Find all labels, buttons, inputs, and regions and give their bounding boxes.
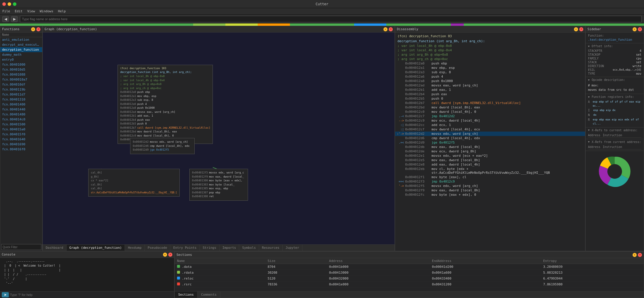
function-item-fcn5[interactable]: fcn.004010df <box>0 82 42 87</box>
function-item-fcn16[interactable]: fcn.00401640 <box>0 137 42 142</box>
sections-row-data[interactable]: .data 8704 0x0041b000 0x00041d200 3.2848… <box>175 264 644 270</box>
sections-row-rsrc[interactable]: .rsrc 78336 0x0041e000 0x00431200 7.8619… <box>175 282 644 287</box>
console-float-button[interactable]: ● <box>163 253 167 257</box>
function-item-anti-emulation[interactable]: anti_emulation <box>0 37 42 42</box>
function-item-fcn6[interactable]: fcn.0040119b <box>0 87 42 92</box>
tab-symbols[interactable]: Symbols <box>239 245 259 251</box>
disasm-close-button[interactable]: ✕ <box>579 27 583 31</box>
forward-button[interactable]: ▶ <box>11 16 18 22</box>
tab-jupyter[interactable]: Jupyter <box>283 245 302 251</box>
sidebar-float-button[interactable]: ● <box>633 27 637 31</box>
tab-resources[interactable]: Resources <box>259 245 283 251</box>
disasm-row[interactable]: 0x004012b5push 0 <box>395 96 585 101</box>
disasm-row[interactable]: 0x004012b1add eax, 1 <box>395 88 585 92</box>
tab-entry-points[interactable]: Entry Points <box>170 245 200 251</box>
disasm-row[interactable]: 0x004012e5mov eax, dword [local_8h] <box>395 158 585 162</box>
tab-strings[interactable]: Strings <box>200 245 220 251</box>
disasm-row-current[interactable]: :'->0x004012d2movsx edx, word [arg_ch] <box>395 132 585 136</box>
disasm-row[interactable]: 0x004012f1mov byte [eax], cl <box>395 175 585 179</box>
functions-float-button[interactable]: ● <box>31 27 35 31</box>
tab-graph[interactable]: Graph (decryption_function) <box>67 245 125 251</box>
function-item-fcn12[interactable]: fcn.004014c0 <box>0 117 42 122</box>
console-close-button[interactable]: ✕ <box>168 253 172 257</box>
menubar-item-help[interactable]: Help <box>58 9 66 13</box>
menubar-item-file[interactable]: File <box>2 9 10 13</box>
sections-content[interactable]: Name Size Address EndAddress Entropy .da… <box>175 258 644 291</box>
tab-dashboard[interactable]: Dashboard <box>43 245 67 251</box>
function-item-fcn17[interactable]: fcn.00401690 <box>0 142 42 147</box>
function-item-fcn7[interactable]: fcn.004011d7 <box>0 92 42 97</box>
disasm-row[interactable]: 0x004012bdmov dword [local_8h], eax <box>395 105 585 110</box>
disasm-row[interactable]: :| 0x004012ccadd ecx, 1 <box>395 123 585 127</box>
disasm-row[interactable]: 0x004012d6cmp dword [local_4h], edx <box>395 136 585 140</box>
disasm-row[interactable]: 0x004012b7call dword [sym.imp.KERNEL32.d… <box>395 101 585 105</box>
disasm-row[interactable]: :| 0x004012cfmov dword [local_4h], ecx <box>395 127 585 132</box>
disasm-row[interactable]: 0x004012dbmov eax, dword [local_4h] <box>395 145 585 149</box>
function-item-fcn13[interactable]: fcn.00401500 <box>0 122 42 127</box>
functions-close-button[interactable]: ✕ <box>36 27 40 31</box>
disasm-row[interactable]: ==<0x004012f3jmp 0x4012c9 <box>395 179 585 184</box>
tab-hexdump[interactable]: Hexdump <box>125 245 145 251</box>
bottom-tab-sections[interactable]: Sections <box>175 292 198 298</box>
disasm-row[interactable]: -->0x004012c9mov ecx, dword [local_4h] <box>395 118 585 123</box>
disasm-row[interactable]: 0x004012a3sub esp, 8 <box>395 70 585 74</box>
bottom-tab-comments[interactable]: Comments <box>198 292 220 298</box>
menubar-item-view[interactable]: View <box>27 9 35 13</box>
disasm-row[interactable]: 0x004012a8push 0x1000 <box>395 79 585 83</box>
function-item-fcn10[interactable]: fcn.00401440 <box>0 107 42 112</box>
function-item-fcn11[interactable]: fcn.00401480 <box>0 112 42 117</box>
functions-filter-input[interactable] <box>1 244 41 250</box>
disasm-row[interactable]: 0x004012c0mov dword [local_4h], 0 <box>395 110 585 114</box>
minimize-button[interactable] <box>8 2 11 6</box>
function-item-fcn3[interactable]: fcn.00401088 <box>0 72 42 77</box>
function-item-fcn14[interactable]: fcn.004015a0 <box>0 127 42 132</box>
disasm-row[interactable]: 0x004012a1mov ebp, esp <box>395 66 585 70</box>
graph-close-button[interactable]: ✕ <box>389 27 393 31</box>
close-button[interactable] <box>2 2 6 6</box>
disasm-row[interactable]: 0x004012e8add eax, dword [local_4h] <box>395 162 585 167</box>
disasm-row[interactable]: 0x004012demov ecx, dword [arg_8h] <box>395 149 585 154</box>
disasm-row[interactable]: '->0x004012f5movsx edx, word [arg_ch] <box>395 184 585 188</box>
sections-col-entropy: Entropy <box>541 258 644 264</box>
function-item-fcn9[interactable]: fcn.00401400 <box>0 102 42 107</box>
disasm-row[interactable]: 0x004012e1movsx edx, word [ecx + eax*2] <box>395 154 585 158</box>
function-item-fcn8[interactable]: fcn.00401310 <box>0 97 42 102</box>
disasm-row[interactable]: .=<0x004012d9jge 0x4012f5 <box>395 140 585 145</box>
function-item-fcn15[interactable]: fcn.004015f0 <box>0 132 42 137</box>
sections-float-button[interactable]: ● <box>633 253 637 257</box>
disasm-content[interactable]: (fcn) decryption_function 03 decryption_… <box>395 33 585 251</box>
address-input[interactable] <box>20 16 642 22</box>
disasm-row[interactable]: 0x004012ebmov cl, byte [edx + str.AaCcdD… <box>395 167 585 175</box>
disasm-row[interactable]: 0x004012fcmov byte [eax + edx], 0 <box>395 193 585 197</box>
function-item-fcn2[interactable]: fcn.004010d5 <box>0 67 42 72</box>
console-input[interactable] <box>10 293 172 297</box>
function-item-decryption[interactable]: decryption_function <box>0 47 42 52</box>
function-item-decrypt[interactable]: decrypt_and_execute_rsrc <box>0 42 42 47</box>
graph-float-button[interactable]: ● <box>383 27 388 31</box>
disasm-row[interactable]: 0x004012b4push eax <box>395 92 585 96</box>
disasm-row[interactable]: .-<0x004012c7jmp 0x4012d2 <box>395 114 585 118</box>
tab-imports[interactable]: Imports <box>220 245 239 251</box>
function-item-fcn18[interactable]: fcn.004016f0 <box>0 147 42 152</box>
menubar-item-edit[interactable]: Edit <box>15 9 23 13</box>
menubar-item-windows[interactable]: Windows <box>40 9 53 13</box>
sections-row-rdata[interactable]: .rdata 30208 0x00413000 0x0041a600 5.083… <box>175 270 644 276</box>
function-item-fcn4[interactable]: fcn.0040010a7 <box>0 77 42 82</box>
console-send-button[interactable]: ➤ <box>2 292 9 297</box>
tab-pseudocode[interactable]: Pseudocode <box>145 245 170 251</box>
sections-close-button[interactable]: ✕ <box>638 253 642 257</box>
graph-instr-3: 0x004012a3sub esp, 8 <box>120 98 210 102</box>
disasm-float-button[interactable]: ● <box>574 27 578 31</box>
function-item-dummy-math[interactable]: dummy_math <box>0 52 42 57</box>
sections-row-reloc[interactable]: .reloc 5120 0x00432000 0x00433400 6.4799… <box>175 276 644 282</box>
function-item-fcn1[interactable]: fcn.00401000 <box>0 62 42 67</box>
disasm-row[interactable]: 0x004012f9mov eax, dword [local_8h] <box>395 188 585 193</box>
back-button[interactable]: ◀ <box>2 16 9 22</box>
sidebar-close-button[interactable]: ✕ <box>638 27 642 31</box>
graph-content[interactable]: (fcn) decryption_function 103 decryption… <box>43 33 395 244</box>
function-item-entry0[interactable]: entry0 <box>0 57 42 62</box>
disasm-row[interactable]: 0x004012a6push 4 <box>395 74 585 79</box>
disasm-row[interactable]: 0x004012admovsx eax, word [arg_ch] <box>395 83 585 88</box>
maximize-button[interactable] <box>13 2 16 6</box>
disasm-row[interactable]: 0x004012a0push ebp <box>395 61 585 66</box>
